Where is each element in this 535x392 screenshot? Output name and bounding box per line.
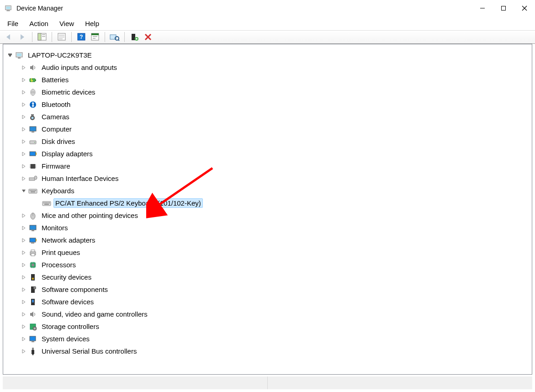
tree-item-keyboard-device[interactable]: PC/AT Enhanced PS/2 Keyboard (101/102-Ke… xyxy=(5,197,530,209)
expand-icon[interactable] xyxy=(21,126,27,132)
expand-icon[interactable] xyxy=(21,262,27,268)
svg-rect-14 xyxy=(59,38,63,39)
expand-icon[interactable] xyxy=(21,212,27,219)
expand-icon[interactable] xyxy=(21,336,27,342)
tree-item-security[interactable]: Security devices xyxy=(5,271,530,283)
status-cell xyxy=(268,376,532,389)
show-hide-tree-button[interactable] xyxy=(36,32,48,42)
tree-item-label: Monitors xyxy=(40,223,70,233)
forward-button[interactable] xyxy=(16,32,28,42)
tree-item-label: Batteries xyxy=(40,75,70,85)
svg-rect-24 xyxy=(132,34,135,40)
svg-rect-96 xyxy=(32,300,34,302)
expand-icon[interactable] xyxy=(21,114,27,120)
svg-rect-48 xyxy=(31,164,35,169)
expand-icon[interactable] xyxy=(21,64,27,71)
expand-icon[interactable] xyxy=(21,225,27,231)
tree-item-audio[interactable]: Audio inputs and outputs xyxy=(5,61,530,74)
tree-item-label: Sound, video and game controllers xyxy=(40,309,149,319)
tree-item-usb[interactable]: Universal Serial Bus controllers xyxy=(5,345,530,357)
speaker-icon xyxy=(28,63,38,72)
expand-icon[interactable] xyxy=(21,151,27,157)
update-driver-button[interactable] xyxy=(89,32,101,42)
expand-icon[interactable] xyxy=(21,163,27,170)
device-tree[interactable]: LAPTOP-UC2K9T3E Audio inputs and outputs… xyxy=(3,44,532,359)
uninstall-device-button[interactable] xyxy=(142,32,154,42)
tree-item-sound[interactable]: Sound, video and game controllers xyxy=(5,308,530,320)
svg-rect-82 xyxy=(32,264,34,266)
keyboard-icon xyxy=(42,199,52,208)
add-hardware-button[interactable] xyxy=(128,32,140,42)
svg-rect-34 xyxy=(35,79,36,81)
tree-item-processors[interactable]: Processors xyxy=(5,259,530,271)
back-button[interactable] xyxy=(3,32,15,42)
collapse-icon[interactable] xyxy=(7,52,13,58)
tree-item-label: Storage controllers xyxy=(40,322,101,331)
tree-item-firmware[interactable]: Firmware xyxy=(5,160,530,172)
tree-item-swdev[interactable]: Software devices xyxy=(5,296,530,308)
expand-icon[interactable] xyxy=(21,323,27,330)
menu-view[interactable]: View xyxy=(58,19,76,28)
tree-item-printq[interactable]: Print queues xyxy=(5,246,530,259)
svg-rect-12 xyxy=(59,35,64,36)
computer-icon xyxy=(14,51,24,60)
expand-icon[interactable] xyxy=(21,237,27,244)
close-button[interactable] xyxy=(514,0,535,16)
tree-item-label: Security devices xyxy=(40,272,93,282)
menu-file[interactable]: File xyxy=(5,19,20,28)
component-icon xyxy=(28,285,38,294)
monitor-icon xyxy=(28,223,38,233)
expand-icon[interactable] xyxy=(21,138,27,145)
expand-icon[interactable] xyxy=(21,311,27,318)
menu-action[interactable]: Action xyxy=(27,19,50,28)
expand-icon[interactable] xyxy=(21,249,27,256)
maximize-button[interactable] xyxy=(493,0,514,16)
tree-item-label: Software devices xyxy=(40,297,95,307)
expand-icon[interactable] xyxy=(21,77,27,83)
mouse-icon xyxy=(28,211,38,220)
svg-rect-76 xyxy=(36,239,37,241)
app-icon xyxy=(4,4,13,13)
svg-point-104 xyxy=(32,354,34,355)
expand-icon[interactable] xyxy=(21,175,27,182)
tree-item-storage[interactable]: Storage controllers xyxy=(5,320,530,333)
tree-item-monitors[interactable]: Monitors xyxy=(5,222,530,234)
tree-item-mice[interactable]: Mice and other pointing devices xyxy=(5,209,530,222)
toolbar-divider xyxy=(71,32,72,42)
properties-button[interactable] xyxy=(56,32,68,42)
tree-root-label: LAPTOP-UC2K9T3E xyxy=(26,50,94,60)
help-button[interactable]: ? xyxy=(75,32,87,42)
tree-root-node[interactable]: LAPTOP-UC2K9T3E xyxy=(5,49,530,61)
minimize-button[interactable] xyxy=(472,0,493,16)
tree-item-system[interactable]: System devices xyxy=(5,333,530,345)
svg-rect-73 xyxy=(30,225,36,230)
expand-icon[interactable] xyxy=(21,286,27,293)
tree-item-batteries[interactable]: Batteries xyxy=(5,74,530,86)
tree-item-disk[interactable]: Disk drives xyxy=(5,135,530,148)
expand-icon[interactable] xyxy=(21,274,27,281)
tree-item-label: Display adapters xyxy=(40,149,95,159)
svg-rect-103 xyxy=(32,350,34,354)
svg-rect-101 xyxy=(32,341,34,342)
expand-icon[interactable] xyxy=(21,348,27,355)
expand-icon[interactable] xyxy=(21,101,27,108)
menu-help[interactable]: Help xyxy=(83,19,101,28)
tree-item-network[interactable]: Network adapters xyxy=(5,234,530,246)
tree-item-display[interactable]: Display adapters xyxy=(5,148,530,160)
cpu-icon xyxy=(28,260,38,270)
tree-item-keyboards[interactable]: Keyboards xyxy=(5,185,530,197)
expand-icon[interactable] xyxy=(21,299,27,305)
speaker-icon xyxy=(28,310,38,319)
tree-item-cameras[interactable]: Cameras xyxy=(5,111,530,123)
expand-icon[interactable] xyxy=(21,89,27,95)
collapse-icon[interactable] xyxy=(21,188,27,194)
status-bar xyxy=(3,376,532,389)
svg-rect-20 xyxy=(93,38,95,39)
tree-item-computer[interactable]: Computer xyxy=(5,123,530,135)
scan-hardware-button[interactable] xyxy=(109,32,121,42)
tree-item-bluetooth[interactable]: Bluetooth xyxy=(5,98,530,111)
svg-point-99 xyxy=(34,328,36,329)
tree-item-swcomp[interactable]: Software components xyxy=(5,283,530,296)
tree-item-biometric[interactable]: Biometric devices xyxy=(5,86,530,98)
tree-item-hid[interactable]: Human Interface Devices xyxy=(5,172,530,185)
